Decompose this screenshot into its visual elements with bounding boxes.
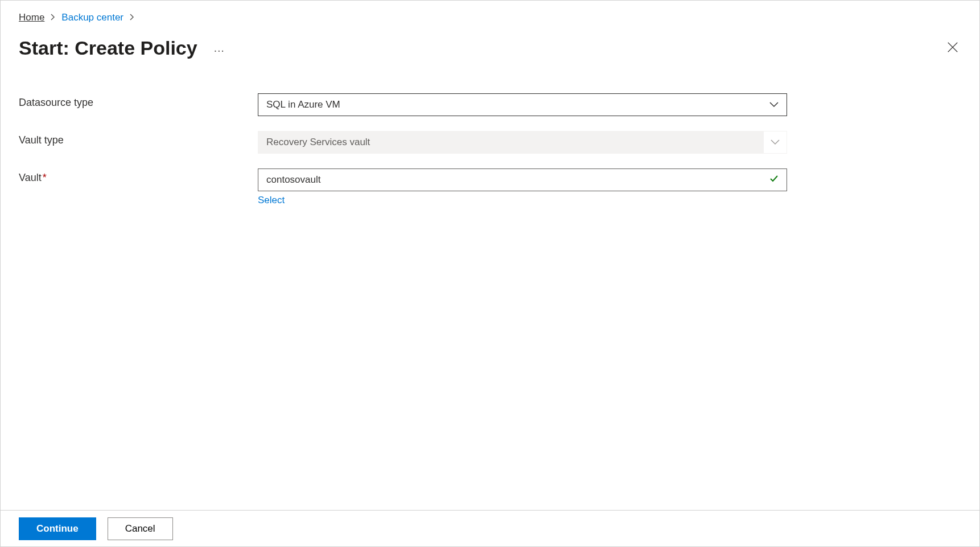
checkmark-icon — [769, 174, 779, 186]
vault-type-value: Recovery Services vault — [266, 137, 764, 148]
vault-label: Vault* — [19, 168, 258, 184]
title-row: Start: Create Policy … — [19, 37, 961, 59]
vault-row: Vault* contosovault Select — [19, 168, 961, 206]
vault-type-label: Vault type — [19, 131, 258, 146]
footer-bar: Continue Cancel — [1, 510, 979, 546]
close-button[interactable] — [944, 39, 961, 57]
continue-button[interactable]: Continue — [19, 517, 96, 540]
close-icon — [946, 41, 959, 54]
vault-type-select: Recovery Services vault — [258, 131, 787, 154]
vault-input-value: contosovault — [266, 174, 769, 186]
datasource-type-row: Datasource type SQL in Azure VM — [19, 93, 961, 116]
vault-type-row: Vault type Recovery Services vault — [19, 131, 961, 154]
datasource-type-label: Datasource type — [19, 93, 258, 109]
chevron-right-icon — [129, 13, 135, 22]
datasource-type-value: SQL in Azure VM — [266, 99, 769, 110]
cancel-button[interactable]: Cancel — [108, 517, 173, 540]
breadcrumb-home-link[interactable]: Home — [19, 12, 44, 23]
required-star-icon: * — [43, 172, 47, 183]
datasource-type-select[interactable]: SQL in Azure VM — [258, 93, 787, 116]
more-actions-button[interactable]: … — [213, 42, 225, 55]
breadcrumb-backup-center-link[interactable]: Backup center — [61, 12, 123, 23]
chevron-down-icon — [769, 100, 779, 110]
chevron-right-icon — [50, 13, 56, 22]
page-title: Start: Create Policy — [19, 37, 197, 59]
vault-input[interactable]: contosovault — [258, 168, 787, 191]
chevron-down-icon — [771, 137, 780, 147]
vault-select-link[interactable]: Select — [258, 195, 285, 206]
breadcrumb: Home Backup center — [19, 12, 961, 23]
